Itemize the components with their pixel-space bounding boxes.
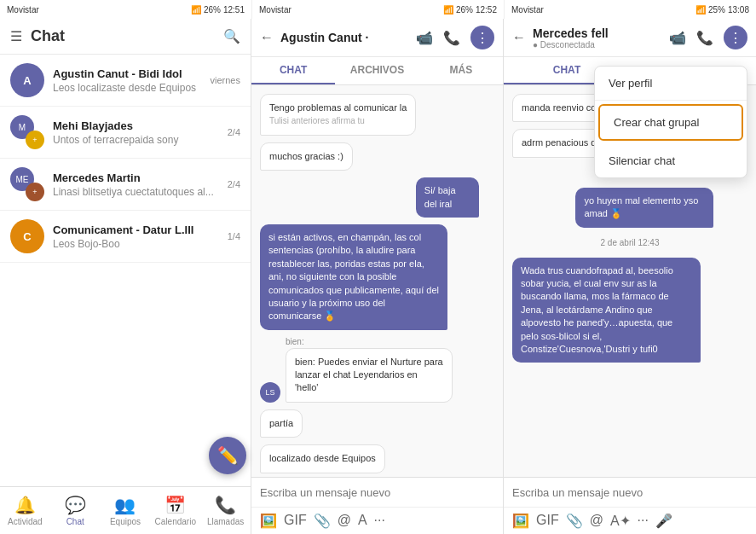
chat-info-4: Comunicament - Datur L.III Leos Bojo-Boo bbox=[53, 223, 219, 250]
chat-item-4[interactable]: C Comunicament - Datur L.III Leos Bojo-B… bbox=[0, 211, 251, 263]
nav-equipos-label: Equipos bbox=[110, 517, 141, 526]
avatar-3: ME + bbox=[10, 167, 44, 201]
phone-icon[interactable]: 📞 bbox=[443, 30, 460, 46]
chat-header: ← Agustin Canut · 📹 📞 ⋮ bbox=[251, 19, 503, 57]
signal-2: 📶 bbox=[443, 5, 453, 15]
chatlist-title: Chat bbox=[31, 27, 215, 45]
nav-chat[interactable]: 💬 Chat bbox=[50, 487, 101, 534]
chat-name-1: Agustin Canut - Bidi Idol bbox=[53, 67, 202, 80]
status-bar-2: Movistar 📶 26% 12:52 bbox=[252, 0, 505, 19]
hamburger-icon[interactable]: ☰ bbox=[10, 28, 22, 44]
chat-preview-2: Untos of terracrepaida sony bbox=[53, 134, 219, 146]
attachment-icon[interactable]: 📎 bbox=[314, 513, 331, 529]
image-icon[interactable]: 🖼️ bbox=[260, 513, 277, 529]
dropdown-menu: Ver perfil Crear chat grupal Silenciar c… bbox=[594, 66, 747, 178]
phone-icon-2[interactable]: 📞 bbox=[696, 30, 713, 46]
attachment-icon-2[interactable]: 📎 bbox=[566, 513, 583, 529]
chat-time-4: 1/4 bbox=[228, 231, 240, 241]
chat-item-3[interactable]: ME + Mercedes Martin Linasi blitsetiya c… bbox=[0, 159, 251, 211]
tab-chat[interactable]: CHAT bbox=[251, 57, 335, 84]
tab-archivos[interactable]: ARCHIVOS bbox=[335, 57, 418, 84]
video-icon[interactable]: 📹 bbox=[416, 30, 433, 46]
carrier-3: Movistar bbox=[511, 5, 544, 15]
chat-name-2: Mehi Blayjades bbox=[53, 119, 219, 132]
chatlist-panel: ☰ Chat 🔍 A Agustin Canut - Bidi Idol Leo… bbox=[0, 19, 251, 534]
time-2: 12:52 bbox=[476, 5, 497, 15]
chat-name-4: Comunicament - Datur L.III bbox=[53, 223, 219, 236]
msg-6: partía bbox=[260, 409, 303, 438]
chat-preview-4: Leos Bojo-Boo bbox=[53, 238, 219, 250]
message-toolbar-2: 🖼️ GIF 📎 @ A✦ ··· 🎤 bbox=[504, 507, 756, 534]
chat-panel: ← Agustin Canut · 📹 📞 ⋮ CHAT ARCHIVOS MÁ… bbox=[251, 19, 504, 534]
mention-icon-2[interactable]: @ bbox=[590, 513, 603, 529]
nav-calendario[interactable]: 📅 Calendario bbox=[150, 487, 200, 534]
image-icon-2[interactable]: 🖼️ bbox=[512, 513, 529, 529]
video-icon-2[interactable]: 📹 bbox=[669, 30, 686, 46]
chat-meta-1: viernes bbox=[211, 75, 240, 85]
gif-icon-2[interactable]: GIF bbox=[536, 513, 559, 529]
carrier-1: Movistar bbox=[7, 5, 39, 15]
chat-time-2: 2/4 bbox=[228, 127, 240, 137]
msg2-4: Wada trus cuandofrapad al, beesolio soba… bbox=[512, 258, 701, 363]
chat-tabs: CHAT ARCHIVOS MÁS bbox=[251, 57, 503, 85]
nav-equipos[interactable]: 👥 Equipos bbox=[101, 487, 151, 534]
more-options-icon[interactable]: ⋮ bbox=[470, 26, 494, 49]
chat-meta-3: 2/4 bbox=[228, 179, 240, 189]
message-input[interactable] bbox=[260, 486, 494, 499]
more-toolbar-icon[interactable]: ··· bbox=[374, 513, 385, 529]
avatar-1: A bbox=[10, 63, 44, 97]
message-input-2[interactable] bbox=[512, 486, 747, 499]
chatlist-header: ☰ Chat 🔍 bbox=[0, 19, 251, 55]
time-1: 12:51 bbox=[223, 5, 245, 15]
chat-header-actions: 📹 📞 ⋮ bbox=[416, 26, 494, 49]
chat-meta-2: 2/4 bbox=[228, 127, 240, 137]
battery-3: 25% bbox=[708, 5, 725, 15]
chat-name-3: Mercedes Martin bbox=[53, 171, 219, 184]
dropdown-ver-perfil[interactable]: Ver perfil bbox=[595, 67, 747, 101]
format-icon[interactable]: A bbox=[358, 513, 367, 529]
msg-2: muchos gracias :) bbox=[260, 142, 353, 171]
sender-avatar: LS bbox=[260, 382, 280, 403]
gif-icon[interactable]: GIF bbox=[284, 513, 307, 529]
bottom-nav: 🔔 Actividad 💬 Chat 👥 Equipos 📅 Calendari… bbox=[0, 486, 251, 534]
signal-1: 📶 bbox=[191, 5, 201, 15]
mention-icon[interactable]: @ bbox=[338, 513, 351, 529]
calls-icon: 📞 bbox=[215, 495, 236, 515]
msg2-3: yo huyen mal elemento yso amad 🏅 bbox=[575, 188, 713, 228]
chat-info-1: Agustin Canut - Bidi Idol Leos localizas… bbox=[53, 67, 202, 94]
msg-1: Tengo problemas al comunicar laTulisi an… bbox=[260, 94, 416, 136]
tab-mas[interactable]: MÁS bbox=[419, 57, 503, 84]
message-toolbar: 🖼️ GIF 📎 @ A ··· bbox=[251, 507, 503, 534]
nav-llamadas[interactable]: 📞 Llamadas bbox=[200, 487, 251, 534]
more-toolbar-icon-2[interactable]: ··· bbox=[638, 513, 649, 529]
nav-actividad[interactable]: 🔔 Actividad bbox=[0, 487, 50, 534]
dropdown-silenciar[interactable]: Silenciar chat bbox=[595, 144, 747, 177]
back-icon[interactable]: ← bbox=[260, 30, 274, 45]
format-icon-2[interactable]: A✦ bbox=[610, 513, 631, 529]
chat-info-3: Mercedes Martin Linasi blitsetiya cuecta… bbox=[53, 171, 219, 198]
msg-5: bien: Puedes enviar el Nurture para lanz… bbox=[286, 348, 453, 403]
back-icon-2[interactable]: ← bbox=[512, 30, 526, 45]
msg-4: si están activos, en champán, las col se… bbox=[260, 224, 447, 330]
chat-item-2[interactable]: M + Mehi Blayjades Untos of terracrepaid… bbox=[0, 107, 251, 159]
chat-header-2: ← Mercedes fell ● Desconectada 📹 📞 ⋮ bbox=[504, 19, 756, 57]
date-divider-2: 2 de abril 12:43 bbox=[512, 235, 747, 251]
more-options-icon-2[interactable]: ⋮ bbox=[724, 26, 747, 49]
nav-actividad-label: Actividad bbox=[8, 517, 43, 526]
chat-list: A Agustin Canut - Bidi Idol Leos localiz… bbox=[0, 55, 251, 486]
avatar-2: M + bbox=[10, 115, 44, 149]
compose-fab[interactable]: ✏️ bbox=[209, 437, 246, 474]
chat-icon: 💬 bbox=[65, 495, 86, 515]
chat-contact-name: Agustin Canut · bbox=[280, 31, 409, 44]
signal-3: 📶 bbox=[695, 5, 706, 15]
avatar-4: C bbox=[10, 219, 44, 253]
sender-name: bien: bbox=[286, 337, 494, 346]
battery-1: 26% bbox=[204, 5, 221, 15]
mic-icon[interactable]: 🎤 bbox=[655, 513, 672, 529]
search-icon[interactable]: 🔍 bbox=[223, 28, 240, 44]
dropdown-crear-chat[interactable]: Crear chat grupal bbox=[598, 104, 743, 141]
chat-preview-3: Linasi blitsetiya cuectatutoques al... bbox=[53, 186, 219, 198]
chat-item-1[interactable]: A Agustin Canut - Bidi Idol Leos localiz… bbox=[0, 55, 251, 107]
chat-time-3: 2/4 bbox=[228, 179, 240, 189]
chat-header-actions-2: 📹 📞 ⋮ bbox=[669, 26, 747, 49]
